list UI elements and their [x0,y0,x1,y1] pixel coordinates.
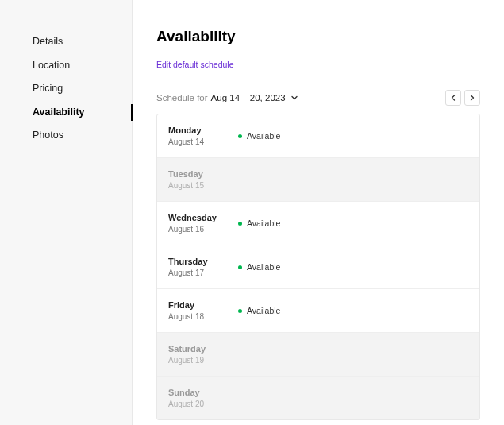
status-text: Available [247,306,280,315]
day-info: Monday August 14 [168,126,222,146]
week-pager [445,90,480,106]
date-range-selector[interactable]: Schedule for Aug 14 – 20, 2023 [156,93,298,102]
date-range-text: Aug 14 – 20, 2023 [211,93,286,102]
nav-item-location[interactable]: Location [0,54,132,78]
day-date: August 18 [168,312,222,321]
day-name: Sunday [168,388,222,397]
schedule-for-label: Schedule for [156,93,208,102]
day-row-thursday[interactable]: Thursday August 17 Available [157,245,479,289]
sidebar-nav: Details Location Pricing Availability Ph… [0,0,133,425]
day-name: Wednesday [168,213,222,222]
day-row-sunday[interactable]: Sunday August 20 [157,377,479,419]
nav-item-details[interactable]: Details [0,30,132,54]
status-dot-icon [238,309,242,313]
chevron-right-icon [469,95,475,101]
nav-item-availability[interactable]: Availability [0,101,132,125]
nav-item-photos[interactable]: Photos [0,124,132,148]
day-row-friday[interactable]: Friday August 18 Available [157,289,479,333]
status-dot-icon [238,265,242,269]
status-text: Available [247,262,280,272]
status-badge: Available [238,306,280,315]
day-info: Saturday August 19 [168,344,222,365]
day-name: Monday [168,126,222,135]
chevron-left-icon [450,95,456,101]
edit-default-schedule-link[interactable]: Edit default schedule [156,60,233,69]
day-date: August 16 [168,225,222,234]
day-date: August 15 [168,181,222,190]
status-badge: Available [238,218,280,228]
day-name: Thursday [168,257,222,266]
nav-item-pricing[interactable]: Pricing [0,77,132,101]
chevron-down-icon [290,94,298,102]
day-info: Wednesday August 16 [168,213,222,234]
status-badge: Available [238,131,280,141]
day-row-wednesday[interactable]: Wednesday August 16 Available [157,202,479,245]
status-badge: Available [238,262,280,272]
day-row-saturday[interactable]: Saturday August 19 [157,333,479,377]
status-dot-icon [238,134,242,138]
day-info: Thursday August 17 [168,257,222,277]
day-name: Friday [168,300,222,310]
day-info: Friday August 18 [168,300,222,321]
day-row-monday[interactable]: Monday August 14 Available [157,114,479,158]
status-text: Available [247,218,280,228]
page-title: Availability [156,28,480,45]
day-date: August 14 [168,137,222,146]
day-date: August 19 [168,356,222,365]
day-name: Saturday [168,344,222,354]
day-row-tuesday[interactable]: Tuesday August 15 [157,158,479,202]
prev-week-button[interactable] [445,90,461,106]
day-info: Sunday August 20 [168,388,222,408]
status-text: Available [247,131,280,141]
day-date: August 17 [168,269,222,277]
main-content: Availability Edit default schedule Sched… [133,0,504,425]
status-dot-icon [238,222,242,226]
day-name: Tuesday [168,169,222,179]
next-week-button[interactable] [464,90,480,106]
day-info: Tuesday August 15 [168,169,222,190]
day-date: August 20 [168,400,222,408]
week-list: Monday August 14 Available Tuesday Augus… [156,114,480,420]
schedule-header: Schedule for Aug 14 – 20, 2023 [156,90,480,106]
